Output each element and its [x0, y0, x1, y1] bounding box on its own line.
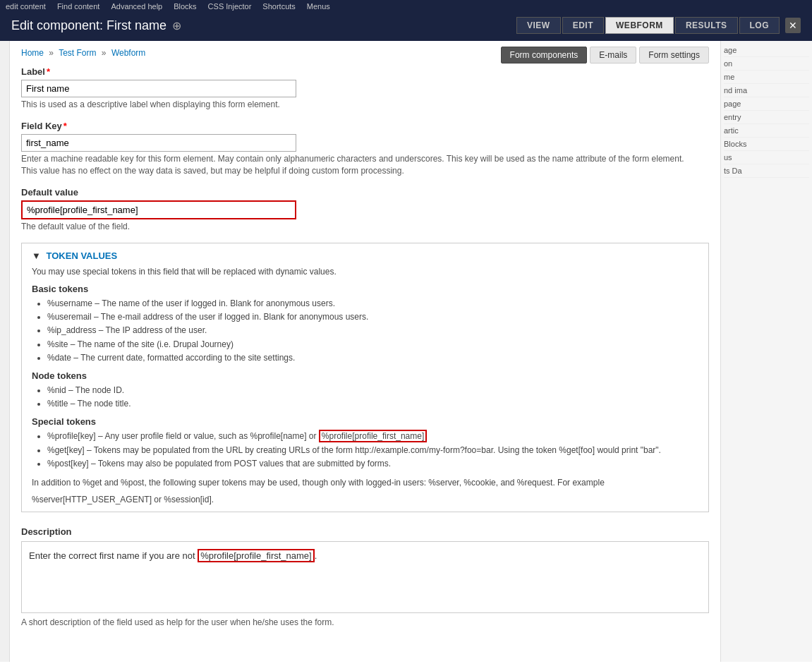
right-sidebar: age on me nd ima page entry artic Blocks… — [720, 41, 812, 662]
header-buttons: VIEW EDIT WEBFORM RESULTS LOG — [516, 17, 780, 34]
emails-button[interactable]: E-mails — [590, 47, 636, 64]
list-item: %title – The node title. — [47, 397, 698, 411]
special-tokens-list: %profile[key] – Any user profile field o… — [32, 430, 698, 471]
nav-find-content[interactable]: Find content — [57, 2, 100, 11]
description-label: Description — [21, 526, 709, 537]
label-group: Label* This is used as a descriptive lab… — [21, 66, 709, 109]
list-item: %date – The current date, formatted acco… — [47, 351, 698, 365]
default-value-group: Default value The default value of the f… — [21, 187, 709, 231]
special-token-highlight: %profile[profile_first_name] — [319, 430, 427, 442]
node-tokens-list: %nid – The node ID. %title – The node ti… — [32, 384, 698, 411]
description-text-prefix: Enter the correct first name if you are … — [29, 550, 198, 561]
left-sidebar — [0, 41, 10, 662]
description-group: Description Enter the correct first name… — [21, 526, 709, 627]
list-item: %useremail – The e-mail address of the u… — [47, 310, 698, 324]
form-components-button[interactable]: Form components — [501, 47, 588, 64]
label-hint: This is used as a descriptive label when… — [21, 99, 709, 109]
sidebar-item: Blocks — [724, 138, 809, 151]
description-inner: Enter the correct first name if you are … — [21, 541, 709, 613]
default-value-input[interactable] — [21, 200, 296, 219]
sidebar-item: nd ima — [724, 84, 809, 97]
token-intro: You may use special tokens in this field… — [32, 267, 698, 277]
label-required: * — [47, 66, 50, 77]
default-value-label: Default value — [21, 187, 709, 198]
sidebar-item: us — [724, 151, 809, 164]
token-arrow-icon: ▼ — [32, 250, 41, 261]
field-key-hint1: Enter a machine readable key for this fo… — [21, 154, 709, 164]
field-key-label: Field Key* — [21, 121, 709, 131]
page-title: Edit component: First name ⊕ — [11, 18, 181, 33]
close-button[interactable]: ✕ — [785, 18, 801, 33]
label-field-label: Label* — [21, 66, 709, 77]
basic-tokens-list: %username – The name of the user if logg… — [32, 297, 698, 365]
main-content: Form components E-mails Form settings Ho… — [10, 41, 720, 662]
sidebar-item: entry — [724, 111, 809, 124]
list-item: %post[key] – Tokens may also be populate… — [47, 457, 698, 471]
main-layout: Form components E-mails Form settings Ho… — [0, 41, 812, 662]
results-button[interactable]: RESULTS — [675, 17, 738, 34]
default-value-hint: The default value of the field. — [21, 222, 709, 231]
basic-tokens-heading: Basic tokens — [32, 284, 698, 294]
field-key-required: * — [63, 121, 67, 131]
form-settings-button[interactable]: Form settings — [639, 47, 709, 64]
description-content[interactable]: Enter the correct first name if you are … — [29, 549, 701, 605]
top-nav: edit content Find content Advanced help … — [0, 0, 812, 13]
top-bar: Form components E-mails Form settings Ho… — [21, 48, 709, 66]
list-item: %nid – The node ID. — [47, 384, 698, 397]
sidebar-item: ts Da — [724, 164, 809, 178]
edit-button[interactable]: EDIT — [562, 17, 604, 34]
label-input[interactable] — [21, 80, 296, 97]
list-item: %site – The name of the site (i.e. Drupa… — [47, 338, 698, 351]
description-hint: A short description of the field used as… — [21, 617, 709, 627]
special-token-prefix: %profile[key] – Any user profile field o… — [47, 431, 319, 441]
node-tokens-heading: Node tokens — [32, 370, 698, 381]
breadcrumb-test-form[interactable]: Test Form — [59, 48, 96, 58]
log-button[interactable]: LOG — [739, 17, 780, 34]
token-section: ▼ TOKEN VALUES You may use special token… — [21, 243, 709, 512]
field-key-input[interactable] — [21, 134, 296, 152]
token-note1: In addition to %get and %post, the follo… — [32, 478, 698, 488]
token-header[interactable]: ▼ TOKEN VALUES — [32, 250, 698, 261]
breadcrumb-home[interactable]: Home — [21, 48, 44, 58]
nav-css-injector[interactable]: CSS Injector — [208, 2, 252, 11]
nav-advanced-help[interactable]: Advanced help — [111, 2, 162, 11]
nav-edit-content[interactable]: edit content — [6, 2, 46, 11]
form-nav: Form components E-mails Form settings — [501, 47, 709, 64]
list-item: %ip_address – The IP address of the user… — [47, 324, 698, 337]
breadcrumb-webform[interactable]: Webform — [111, 48, 145, 58]
add-component-icon[interactable]: ⊕ — [172, 19, 181, 32]
description-highlight: %profile[profile_first_name] — [198, 549, 315, 562]
view-button[interactable]: VIEW — [516, 17, 561, 34]
sidebar-item: on — [724, 57, 809, 71]
breadcrumb-sep2: » — [102, 48, 107, 58]
list-item: %profile[key] – Any user profile field o… — [47, 430, 698, 443]
special-tokens-heading: Special tokens — [32, 416, 698, 427]
field-key-group: Field Key* Enter a machine readable key … — [21, 121, 709, 176]
token-note2: %server[HTTP_USER_AGENT] or %session[id]… — [32, 495, 698, 504]
breadcrumb-sep1: » — [49, 48, 54, 58]
sidebar-item: artic — [724, 124, 809, 138]
field-key-hint2: This value has no effect on the way data… — [21, 166, 709, 176]
description-text-suffix: . — [315, 550, 317, 561]
sidebar-item: me — [724, 71, 809, 84]
webform-button[interactable]: WEBFORM — [605, 17, 674, 34]
page-header: Edit component: First name ⊕ VIEW EDIT W… — [0, 13, 812, 41]
token-header-label: TOKEN VALUES — [47, 250, 118, 261]
nav-blocks[interactable]: Blocks — [174, 2, 196, 11]
list-item: %username – The name of the user if logg… — [47, 297, 698, 310]
sidebar-item: age — [724, 44, 809, 57]
sidebar-item: page — [724, 97, 809, 111]
nav-menus[interactable]: Menus — [307, 2, 330, 11]
list-item: %get[key] – Tokens may be populated from… — [47, 444, 698, 457]
page-title-text: Edit component: First name — [11, 18, 166, 33]
nav-shortcuts[interactable]: Shortcuts — [262, 2, 295, 11]
